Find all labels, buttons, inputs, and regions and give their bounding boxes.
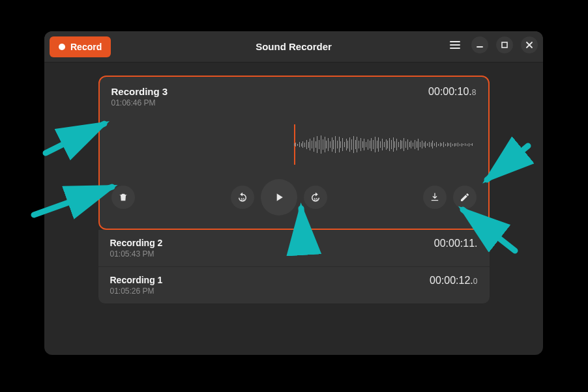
rename-icon — [460, 192, 470, 203]
play-button[interactable] — [261, 179, 297, 216]
hamburger-menu-icon[interactable] — [447, 36, 463, 53]
recording-title: Recording 2 — [110, 238, 163, 248]
recording-card-expanded[interactable]: Recording 3 01:06:46 PM 00:00:10.8 — [98, 76, 490, 230]
maximize-button[interactable] — [496, 36, 513, 53]
recording-row[interactable]: Recording 2 01:05:43 PM 00:00:11. — [98, 230, 490, 266]
record-label: Record — [70, 42, 102, 52]
delete-button[interactable] — [111, 186, 135, 209]
recording-title: Recording 1 — [110, 275, 163, 285]
recording-row[interactable]: Recording 1 01:05:26 PM 00:00:12.0 — [98, 267, 490, 303]
recording-duration: 00:00:10.8 — [428, 86, 476, 98]
record-button[interactable]: Record — [50, 36, 111, 57]
window-controls — [447, 36, 538, 53]
recording-title: Recording 3 — [111, 86, 168, 97]
close-button[interactable] — [521, 36, 538, 53]
recording-timestamp: 01:05:43 PM — [110, 249, 163, 259]
svg-rect-0 — [502, 42, 507, 48]
recording-header: Recording 3 01:06:46 PM 00:00:10.8 — [111, 86, 477, 107]
play-icon — [272, 191, 286, 204]
recording-duration: 00:00:12.0 — [430, 275, 477, 287]
title-bar: Record Sound Recorder — [44, 31, 543, 63]
trash-icon — [118, 192, 128, 203]
svg-text:10: 10 — [314, 197, 317, 201]
forward-10-button[interactable]: 10 — [304, 186, 327, 209]
rename-button[interactable] — [453, 186, 477, 209]
waveform-bars — [294, 126, 473, 163]
waveform[interactable] — [111, 126, 477, 163]
replay-10-icon: 10 — [237, 191, 248, 203]
export-button[interactable] — [423, 186, 447, 209]
svg-text:10: 10 — [241, 197, 244, 201]
minimize-button[interactable] — [471, 36, 488, 53]
app-title: Sound Recorder — [256, 41, 332, 52]
app-window: Record Sound Recorder Recording 3 01:06:… — [44, 31, 543, 355]
record-icon — [59, 44, 65, 50]
recordings-list: Recording 2 01:05:43 PM 00:00:11. Record… — [98, 230, 490, 303]
recording-timestamp: 01:06:46 PM — [111, 98, 168, 107]
playback-controls: 10 10 — [111, 179, 477, 216]
recording-duration: 00:00:11. — [434, 238, 478, 249]
replay-10-button[interactable]: 10 — [231, 186, 254, 209]
forward-10-icon: 10 — [310, 191, 321, 203]
export-icon — [430, 192, 440, 203]
recordings-body: Recording 3 01:06:46 PM 00:00:10.8 — [98, 76, 490, 303]
recording-timestamp: 01:05:26 PM — [110, 287, 163, 296]
